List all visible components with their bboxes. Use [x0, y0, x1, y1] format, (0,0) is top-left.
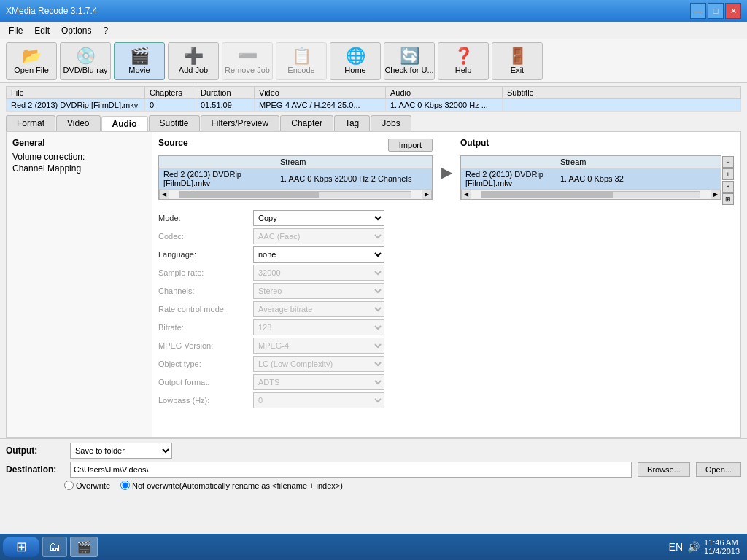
dvd-icon: 💿 [76, 48, 96, 64]
tab-audio[interactable]: Audio [101, 116, 148, 131]
sample-rate-select[interactable]: 32000 [253, 265, 384, 281]
menu-bar: File Edit Options ? [0, 22, 747, 39]
output-scroll-track [481, 191, 700, 198]
source-title: Source [158, 138, 188, 148]
maximize-button[interactable]: □ [708, 3, 724, 19]
menu-help[interactable]: ? [97, 24, 114, 37]
remove-job-button[interactable]: ➖ Remove Job [222, 42, 273, 80]
bitrate-select[interactable]: 128 [253, 319, 384, 335]
channels-select[interactable]: Stereo [253, 283, 384, 299]
tab-video[interactable]: Video [56, 115, 100, 131]
tab-format[interactable]: Format [6, 115, 55, 131]
source-file-cell: Red 2 (2013) DVDRip [FilmDL].mkv [159, 168, 276, 190]
left-panel: General Volume correction: Channel Mappi… [7, 132, 152, 438]
help-button[interactable]: ❓ Help [438, 42, 489, 80]
scroll-right-btn[interactable]: ▶ [422, 190, 432, 200]
volume-tray[interactable]: 🔊 [687, 541, 700, 553]
menu-file[interactable]: File [3, 24, 28, 37]
taskbar-file-manager[interactable]: 🗂 [42, 537, 67, 557]
tab-jobs[interactable]: Jobs [371, 115, 411, 131]
xmedia-icon: 🎬 [77, 540, 91, 554]
movie-button[interactable]: 🎬 Movie [114, 42, 165, 80]
tab-tag[interactable]: Tag [334, 115, 370, 131]
add-job-button[interactable]: ➕ Add Job [168, 42, 219, 80]
open-file-button[interactable]: 📂 Open File [6, 42, 57, 80]
output-minus-btn[interactable]: − [722, 156, 734, 168]
output-scroll-right[interactable]: ▶ [711, 190, 721, 200]
channel-mapping-label: Channel Mapping [12, 163, 146, 174]
not-overwrite-radio[interactable] [120, 481, 130, 490]
scroll-left-btn[interactable]: ◀ [159, 190, 169, 200]
object-type-label: Object type: [158, 359, 253, 368]
destination-label: Destination: [6, 464, 64, 475]
output-stream-table: Stream Red 2 (2013) DVDRip [FilmDL].mkv … [461, 156, 721, 189]
exit-button[interactable]: 🚪 Exit [492, 42, 543, 80]
object-type-select[interactable]: LC (Low Complexity) [253, 356, 384, 372]
general-title: General [12, 138, 146, 148]
table-row[interactable]: Red 2 (2013) DVDRip [FilmDL].mkv 0 01:51… [7, 99, 741, 112]
check-update-label: Check for U... [384, 66, 433, 74]
minimize-button[interactable]: — [690, 3, 706, 19]
overwrite-radio[interactable] [64, 481, 74, 490]
toolbar: 📂 Open File 💿 DVD/Blu-ray 🎬 Movie ➕ Add … [0, 39, 747, 83]
menu-options[interactable]: Options [55, 24, 97, 37]
rate-control-select[interactable]: Average bitrate [253, 301, 384, 317]
movie-icon: 🎬 [130, 48, 150, 64]
lowpass-select[interactable]: 0 [253, 392, 384, 408]
cell-chapters: 0 [145, 99, 196, 112]
output-grid-btn[interactable]: ⊞ [722, 193, 734, 205]
clock-date: 11/4/2013 [704, 547, 740, 556]
language-select[interactable]: none [253, 246, 384, 262]
dvd-label: DVD/Blu-ray [63, 66, 107, 74]
browse-button[interactable]: Browse... [638, 462, 690, 477]
start-button[interactable]: ⊞ [3, 537, 39, 557]
tab-subtitle[interactable]: Subtitle [149, 115, 200, 131]
main-content: General Volume correction: Channel Mappi… [6, 132, 741, 438]
sample-rate-label: Sample rate: [158, 268, 253, 277]
encode-button[interactable]: 📋 Encode [276, 42, 327, 80]
not-overwrite-label[interactable]: Not overwrite(Automatically rename as <f… [120, 481, 343, 490]
rate-control-label: Rate control mode: [158, 305, 253, 314]
cell-file: Red 2 (2013) DVDRip [FilmDL].mkv [7, 99, 145, 112]
mode-label: Mode: [158, 214, 253, 222]
output-dropdown[interactable]: Save to folder Save to source folder Cus… [70, 443, 172, 459]
help-icon: ❓ [454, 48, 473, 64]
menu-edit[interactable]: Edit [28, 24, 55, 37]
dvd-bluray-button[interactable]: 💿 DVD/Blu-ray [60, 42, 111, 80]
output-x-btn[interactable]: × [722, 181, 734, 192]
output-scroll-left[interactable]: ◀ [461, 190, 471, 200]
open-file-icon: 📂 [22, 48, 42, 64]
movie-label: Movie [128, 66, 150, 74]
output-format-select[interactable]: ADTS [253, 374, 384, 390]
mode-select[interactable]: Copy [253, 210, 384, 226]
import-button[interactable]: Import [388, 139, 433, 152]
object-type-row: Object type: LC (Low Complexity) [158, 356, 735, 372]
encode-icon: 📋 [292, 48, 311, 64]
close-button[interactable]: ✕ [725, 3, 741, 19]
output-row: Output: Save to folder Save to source fo… [6, 443, 741, 459]
source-stream-table: Stream Red 2 (2013) DVDRip [FilmDL].mkv … [159, 156, 432, 189]
output-format-row: Output format: ADTS [158, 374, 735, 390]
output-stream-row[interactable]: Red 2 (2013) DVDRip [FilmDL].mkv 1. AAC … [461, 168, 721, 190]
cell-video: MPEG-4 AVC / H.264 25.0... [255, 99, 386, 112]
source-scrollbar-x[interactable]: ◀ ▶ [159, 189, 432, 199]
source-stream-cell: 1. AAC 0 Kbps 32000 Hz 2 Channels [276, 168, 432, 190]
home-button[interactable]: 🌐 Home [330, 42, 381, 80]
language-row: Language: none [158, 246, 735, 262]
check-update-button[interactable]: 🔄 Check for U... [384, 42, 435, 80]
output-scrollbar-x[interactable]: ◀ ▶ [461, 189, 721, 199]
tab-filters-preview[interactable]: Filters/Preview [201, 115, 280, 131]
taskbar-xmedia[interactable]: 🎬 [70, 537, 98, 557]
overwrite-label[interactable]: Overwrite [64, 481, 110, 490]
open-button[interactable]: Open... [696, 462, 741, 477]
taskbar: ⊞ 🗂 🎬 EN 🔊 11:46 AM 11/4/2013 [0, 534, 747, 560]
source-stream-row[interactable]: Red 2 (2013) DVDRip [FilmDL].mkv 1. AAC … [159, 168, 432, 190]
open-file-label: Open File [14, 66, 49, 74]
output-plus-btn[interactable]: + [722, 168, 734, 180]
tab-chapter[interactable]: Chapter [280, 115, 333, 131]
output-file-col [461, 156, 556, 168]
mpeg-version-select[interactable]: MPEG-4 [253, 338, 384, 354]
destination-input[interactable] [70, 462, 632, 478]
cell-duration: 01:51:09 [196, 99, 255, 112]
codec-select[interactable]: AAC (Faac) [253, 228, 384, 244]
